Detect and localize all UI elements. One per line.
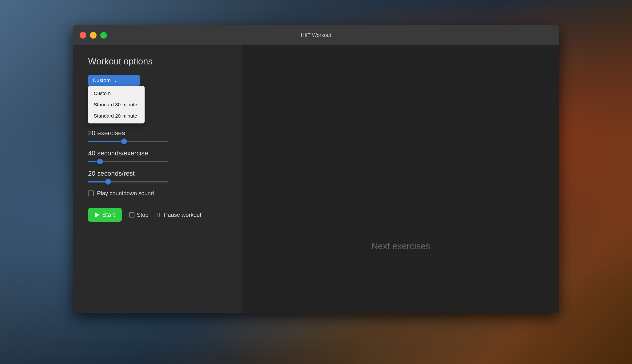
dropdown-item-standard-30[interactable]: Standard 30-minute [88, 99, 145, 110]
window-content: Workout options Custom ⌄ Custom Standard… [73, 45, 559, 313]
minimize-button[interactable] [90, 32, 97, 38]
seconds-rest-slider-container: 20 seconds/rest [88, 170, 228, 182]
window-title: HIIT Workout [301, 32, 331, 38]
seconds-rest-slider-thumb[interactable] [105, 179, 111, 184]
main-window: HIIT Workout Workout options Custom ⌄ Cu… [73, 26, 559, 313]
next-exercises-label: Next exercises [371, 241, 430, 251]
bottom-bar: Start Stop ⏸ Pause workout [88, 208, 228, 222]
exercises-slider-label: 20 exercises [88, 129, 228, 137]
stop-row[interactable]: Stop [129, 212, 148, 218]
maximize-button[interactable] [100, 32, 107, 38]
start-button[interactable]: Start [88, 208, 122, 222]
seconds-exercise-slider-track[interactable] [88, 161, 168, 162]
seconds-exercise-slider-label: 40 seconds/exercise [88, 150, 228, 157]
traffic-lights [80, 32, 107, 38]
pause-row[interactable]: ⏸ Pause workout [156, 212, 201, 218]
pause-icon: ⏸ [156, 212, 161, 218]
dropdown-menu: Custom Standard 30-minute Standard 20-mi… [88, 86, 145, 124]
countdown-checkbox-label: Play countdown sound [97, 190, 154, 196]
chevron-down-icon: ⌄ [113, 78, 117, 83]
start-button-label: Start [102, 211, 115, 218]
workout-type-dropdown[interactable]: Custom ⌄ [88, 75, 140, 86]
close-button[interactable] [80, 32, 86, 38]
right-bottom-area: Next exercises [243, 180, 559, 314]
right-panel: Next exercises [243, 45, 559, 313]
countdown-checkbox[interactable] [88, 190, 94, 196]
exercises-slider-container: 20 exercises [88, 129, 228, 142]
play-icon [95, 212, 99, 218]
exercises-slider-track[interactable] [88, 140, 168, 142]
dropdown-item-standard-20[interactable]: Standard 20-minute [88, 110, 145, 122]
section-title: Workout options [88, 56, 228, 66]
countdown-checkbox-row: Play countdown sound [88, 190, 228, 196]
dropdown-item-custom[interactable]: Custom [88, 88, 145, 99]
right-top-area [243, 45, 559, 180]
stop-checkbox[interactable] [129, 212, 134, 218]
seconds-rest-slider-track[interactable] [88, 181, 168, 182]
seconds-rest-slider-label: 20 seconds/rest [88, 170, 228, 177]
stop-label: Stop [137, 212, 148, 218]
left-panel: Workout options Custom ⌄ Custom Standard… [73, 45, 243, 313]
titlebar: HIIT Workout [73, 26, 559, 45]
seconds-exercise-slider-thumb[interactable] [97, 159, 103, 164]
dropdown-selected-label: Custom [93, 77, 111, 84]
seconds-exercise-slider-container: 40 seconds/exercise [88, 150, 228, 162]
pause-workout-label: Pause workout [164, 212, 201, 218]
exercises-slider-fill [88, 140, 124, 142]
exercises-slider-thumb[interactable] [121, 138, 127, 144]
workout-type-dropdown-wrapper: Custom ⌄ Custom Standard 30-minute Stand… [88, 75, 140, 86]
